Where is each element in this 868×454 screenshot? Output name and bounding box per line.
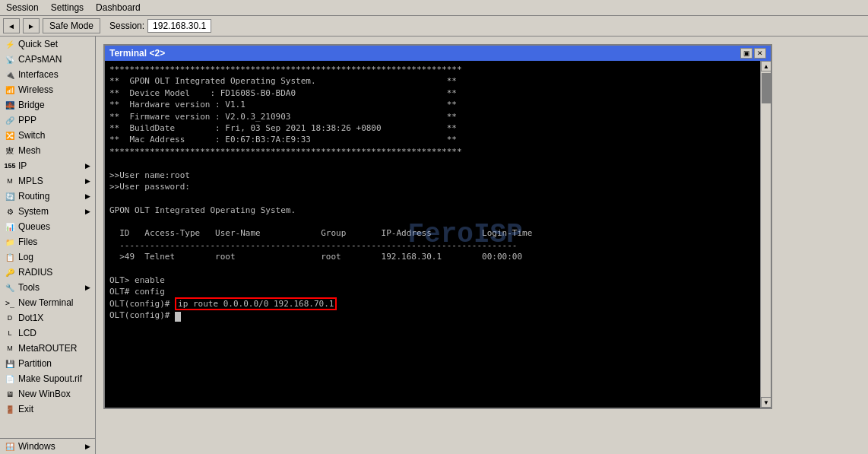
back-button[interactable]: ◄ (3, 18, 20, 33)
menu-session[interactable]: Session (3, 2, 42, 14)
sidebar-item-ppp[interactable]: 🔗 PPP (0, 113, 95, 128)
sidebar-item-label: Bridge (18, 100, 45, 110)
ip-arrow: ▶ (85, 162, 90, 170)
sidebar-item-label: Partition (18, 358, 52, 369)
terminal-window: Terminal <2> ▣ ✕ FeroISP ***************… (103, 44, 772, 409)
menu-settings[interactable]: Settings (48, 2, 87, 14)
sidebar-item-new-winbox[interactable]: 🖥 New WinBox (0, 386, 95, 402)
sidebar-item-wireless[interactable]: 📶 Wireless (0, 82, 95, 97)
sidebar-item-label: Tools (18, 282, 40, 293)
scroll-track[interactable] (761, 71, 771, 397)
sidebar-item-interfaces[interactable]: 🔌 Interfaces (0, 67, 95, 82)
terminal-close-button[interactable]: ✕ (754, 48, 766, 59)
sidebar-item-dot1x[interactable]: D Dot1X (0, 310, 95, 325)
sidebar-item-label: New Terminal (18, 297, 73, 308)
new-winbox-icon: 🖥 (5, 389, 15, 399)
sidebar-item-label: Queues (18, 221, 50, 232)
sidebar-item-exit[interactable]: 🚪 Exit (0, 402, 95, 417)
sidebar-item-partition[interactable]: 💾 Partition (0, 356, 95, 371)
ppp-icon: 🔗 (5, 115, 15, 125)
sidebar-item-metarouter[interactable]: M MetaROUTER (0, 341, 95, 356)
sidebar-item-label: Wireless (18, 84, 53, 95)
terminal-body-area: FeroISP ********************************… (105, 61, 771, 408)
mesh-icon: 🕸 (5, 145, 15, 156)
terminal-body[interactable]: FeroISP ********************************… (105, 61, 760, 408)
main-area: ⚡ Quick Set 📡 CAPsMAN 🔌 Interfaces 📶 Wir… (0, 37, 868, 454)
sidebar-item-mpls[interactable]: M MPLS ▶ (0, 173, 95, 189)
sidebar-item-label: PPP (18, 115, 36, 125)
mpls-icon: M (5, 176, 15, 186)
session-label: Session: (109, 21, 144, 31)
terminal-output: ****************************************… (109, 64, 756, 322)
queues-icon: 📊 (5, 221, 15, 232)
forward-button[interactable]: ► (23, 18, 40, 33)
sidebar-item-label: Mesh (18, 145, 40, 156)
tools-arrow: ▶ (85, 284, 90, 291)
terminal-cursor (175, 312, 181, 322)
lcd-icon: L (5, 328, 15, 338)
sidebar-item-label: MPLS (18, 176, 43, 186)
sidebar-item-lcd[interactable]: L LCD (0, 325, 95, 341)
radius-icon: 🔑 (5, 267, 15, 278)
sidebar-item-label: RADIUS (18, 267, 52, 278)
sidebar-item-label: Quick Set (18, 39, 58, 49)
sidebar-item-quickset[interactable]: ⚡ Quick Set (0, 37, 95, 52)
sidebar-item-capsman[interactable]: 📡 CAPsMAN (0, 52, 95, 67)
routing-icon: 🔄 (5, 191, 15, 202)
sidebar-item-radius[interactable]: 🔑 RADIUS (0, 265, 95, 280)
menu-dashboard[interactable]: Dashboard (93, 2, 144, 14)
sidebar-item-new-terminal[interactable]: >_ New Terminal (0, 295, 95, 310)
sidebar-item-mesh[interactable]: 🕸 Mesh (0, 143, 95, 158)
windows-icon: 🪟 (5, 441, 15, 452)
scroll-thumb[interactable] (762, 73, 771, 103)
sidebar-item-label: Interfaces (18, 69, 59, 80)
partition-icon: 💾 (5, 358, 15, 369)
files-icon: 📁 (5, 237, 15, 247)
safe-mode-button[interactable]: Safe Mode (43, 18, 100, 33)
sidebar-item-ip[interactable]: 155 IP ▶ (0, 158, 95, 173)
sidebar-item-label: New WinBox (18, 389, 71, 399)
exit-icon: 🚪 (5, 404, 15, 414)
sidebar-item-tools[interactable]: 🔧 Tools ▶ (0, 280, 95, 295)
sidebar-item-bridge[interactable]: 🌉 Bridge (0, 97, 95, 113)
sidebar-item-label: Exit (18, 404, 33, 414)
sidebar-item-queues[interactable]: 📊 Queues (0, 219, 95, 234)
sidebar-item-switch[interactable]: 🔀 Switch (0, 128, 95, 143)
dot1x-icon: D (5, 313, 15, 323)
terminal-scrollbar: ▲ ▼ (760, 61, 771, 408)
sidebar-item-label: CAPsMAN (18, 54, 62, 65)
content-area: Terminal <2> ▣ ✕ FeroISP ***************… (96, 37, 868, 454)
sidebar-item-system[interactable]: ⚙ System ▶ (0, 204, 95, 219)
system-icon: ⚙ (5, 206, 15, 217)
interfaces-icon: 🔌 (5, 69, 15, 80)
toolbar: ◄ ► Safe Mode Session: 192.168.30.1 (0, 16, 868, 37)
sidebar-item-label: Windows (18, 441, 55, 452)
sidebar-item-windows[interactable]: 🪟 Windows ▶ (0, 439, 95, 454)
sidebar-item-make-supout[interactable]: 📄 Make Supout.rif (0, 371, 95, 386)
make-supout-icon: 📄 (5, 373, 15, 384)
terminal-restore-button[interactable]: ▣ (740, 48, 752, 59)
terminal-titlebar: Terminal <2> ▣ ✕ (105, 46, 771, 61)
mpls-arrow: ▶ (85, 177, 90, 185)
sidebar-item-label: MetaROUTER (18, 343, 77, 354)
sidebar-item-label: Switch (18, 130, 45, 141)
sidebar-item-routing[interactable]: 🔄 Routing ▶ (0, 189, 95, 204)
sidebar-item-label: LCD (18, 328, 36, 338)
scroll-up-button[interactable]: ▲ (761, 61, 771, 71)
new-terminal-icon: >_ (5, 297, 15, 308)
ip-icon: 155 (5, 160, 15, 171)
sidebar-item-files[interactable]: 📁 Files (0, 234, 95, 249)
sidebar-item-label: Routing (18, 191, 49, 202)
sidebar-item-label: Make Supout.rif (18, 373, 82, 384)
routing-arrow: ▶ (85, 192, 90, 200)
bridge-icon: 🌉 (5, 100, 15, 110)
capsman-icon: 📡 (5, 54, 15, 65)
session-value: 192.168.30.1 (147, 19, 211, 33)
wireless-icon: 📶 (5, 84, 15, 95)
windows-arrow: ▶ (85, 443, 90, 450)
scroll-down-button[interactable]: ▼ (761, 397, 771, 408)
sidebar-item-label: System (18, 206, 49, 217)
sidebar-item-log[interactable]: 📋 Log (0, 249, 95, 265)
terminal-controls: ▣ ✕ (740, 48, 766, 59)
terminal-title: Terminal <2> (109, 48, 740, 59)
